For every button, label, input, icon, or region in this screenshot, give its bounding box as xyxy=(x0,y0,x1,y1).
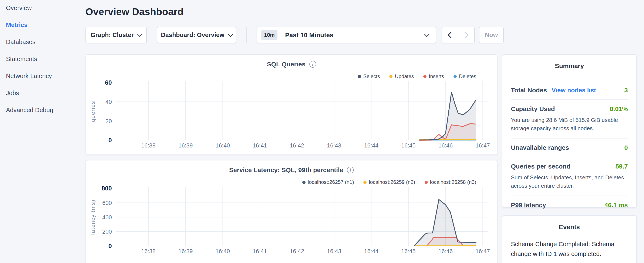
legend-item-localhost-26257-n1: localhost:26257 (n1) xyxy=(302,179,354,185)
svg-text:latency (ms): latency (ms) xyxy=(90,200,96,235)
time-forward-button[interactable] xyxy=(458,27,474,43)
chevron-down-icon xyxy=(228,32,233,37)
sidebar-item-statements[interactable]: Statements xyxy=(6,56,82,62)
sidebar-item-metrics[interactable]: Metrics xyxy=(6,22,82,28)
toolbar-divider xyxy=(246,27,247,43)
summary-panel: Summary Total NodesView nodes list3Capac… xyxy=(502,54,637,208)
summary-value: 3 xyxy=(624,87,628,94)
summary-row-p99-latency: P99 latency46.1 ms xyxy=(511,195,628,214)
legend-item-inserts: Inserts xyxy=(423,73,444,79)
dashboard-dropdown[interactable]: Dashboard: Overview xyxy=(157,27,236,43)
summary-value: 0.01% xyxy=(610,105,628,113)
svg-text:16:40: 16:40 xyxy=(216,248,230,254)
svg-text:16:44: 16:44 xyxy=(364,142,378,149)
chevron-right-icon xyxy=(462,32,469,38)
chart-title: SQL Queries xyxy=(267,61,305,68)
svg-text:queries: queries xyxy=(90,101,96,122)
time-window-selector[interactable]: 10m Past 10 Minutes xyxy=(256,27,436,43)
summary-label: Capacity Used xyxy=(511,105,555,113)
svg-text:0: 0 xyxy=(108,137,112,144)
time-window-badge: 10m xyxy=(261,30,278,40)
graph-dropdown[interactable]: Graph: Cluster xyxy=(86,27,147,43)
event-message: Schema Change Completed: Schema change w… xyxy=(511,239,628,259)
legend-label: Selects xyxy=(363,73,380,79)
svg-text:800: 800 xyxy=(102,186,112,192)
svg-text:20: 20 xyxy=(106,118,112,124)
page-title: Overview Dashboard xyxy=(86,6,184,18)
summary-rows: Total NodesView nodes list3Capacity Used… xyxy=(511,81,628,214)
legend-item-localhost-26259-n2: localhost:26259 (n2) xyxy=(363,179,415,185)
sidebar-item-advanced-debug[interactable]: Advanced Debug xyxy=(6,107,82,113)
chevron-down-icon xyxy=(424,32,429,37)
summary-description: You are using 28.6 MiB of 515.9 GiB usab… xyxy=(511,116,628,133)
svg-text:16:41: 16:41 xyxy=(252,248,267,254)
svg-text:16:43: 16:43 xyxy=(327,142,342,149)
summary-value: 0 xyxy=(624,144,628,151)
svg-text:16:38: 16:38 xyxy=(141,142,156,149)
chevron-left-icon xyxy=(448,32,454,38)
svg-text:16:47: 16:47 xyxy=(476,248,490,254)
legend-item-deletes: Deletes xyxy=(454,73,476,79)
svg-text:16:44: 16:44 xyxy=(364,248,378,254)
service-latency-chart-card: Service Latency: SQL, 99th percentile i … xyxy=(86,160,498,263)
legend-label: Deletes xyxy=(459,73,476,79)
svg-text:40: 40 xyxy=(106,99,112,105)
sidebar: OverviewMetricsDatabasesStatementsNetwor… xyxy=(6,5,82,124)
sql-queries-chart[interactable]: 16:3816:3916:4016:4116:4216:4316:4416:45… xyxy=(86,80,498,150)
svg-text:0: 0 xyxy=(108,242,112,249)
legend-item-selects: Selects xyxy=(358,73,380,79)
legend-label: Inserts xyxy=(429,73,444,79)
chart-legend: SelectsUpdatesInsertsDeletes xyxy=(358,73,476,79)
summary-label: Total Nodes xyxy=(511,87,547,94)
svg-text:16:42: 16:42 xyxy=(290,248,304,254)
summary-row-total-nodes: Total NodesView nodes list3 xyxy=(511,81,628,99)
summary-value: 46.1 ms xyxy=(604,201,628,209)
time-pager xyxy=(442,27,475,43)
svg-text:400: 400 xyxy=(102,214,112,221)
view-nodes-list-link[interactable]: View nodes list xyxy=(552,87,596,94)
graph-dropdown-label: Graph: Cluster xyxy=(90,32,134,39)
legend-dot xyxy=(424,181,428,184)
svg-text:200: 200 xyxy=(102,228,112,235)
info-icon[interactable]: i xyxy=(309,61,316,68)
events-heading: Events xyxy=(502,223,636,231)
legend-label: localhost:26258 (n3) xyxy=(430,179,476,185)
sidebar-item-databases[interactable]: Databases xyxy=(6,39,82,45)
legend-dot xyxy=(363,181,366,184)
event-item[interactable]: Schema Change Completed: Schema change w… xyxy=(511,239,628,263)
svg-text:16:40: 16:40 xyxy=(216,142,230,149)
chart-title: Service Latency: SQL, 99th percentile xyxy=(229,166,343,174)
summary-description: Sum of Selects, Updates, Inserts, and De… xyxy=(511,173,628,190)
summary-row-queries-per-second: Queries per second59.7Sum of Selects, Up… xyxy=(511,157,628,195)
chevron-down-icon xyxy=(137,32,142,37)
legend-item-updates: Updates xyxy=(389,73,414,79)
summary-row-unavailable-ranges: Unavailable ranges0 xyxy=(511,138,628,157)
svg-text:16:43: 16:43 xyxy=(327,248,342,254)
page-root: OverviewMetricsDatabasesStatementsNetwor… xyxy=(0,0,644,263)
svg-text:16:45: 16:45 xyxy=(401,248,416,254)
summary-label: P99 latency xyxy=(511,201,546,209)
summary-label: Unavailable ranges xyxy=(511,144,569,151)
legend-dot xyxy=(389,75,392,78)
sidebar-item-jobs[interactable]: Jobs xyxy=(6,90,82,96)
legend-item-localhost-26258-n3: localhost:26258 (n3) xyxy=(424,179,476,185)
time-back-button[interactable] xyxy=(442,27,458,43)
summary-row-capacity-used: Capacity Used0.01%You are using 28.6 MiB… xyxy=(511,99,628,138)
svg-text:16:39: 16:39 xyxy=(178,248,193,254)
svg-text:16:46: 16:46 xyxy=(438,142,453,149)
sidebar-item-network-latency[interactable]: Network Latency xyxy=(6,73,82,79)
now-button[interactable]: Now xyxy=(479,27,504,43)
svg-text:16:41: 16:41 xyxy=(252,142,267,149)
svg-text:16:39: 16:39 xyxy=(178,142,193,149)
summary-value: 59.7 xyxy=(616,163,628,170)
chart-legend: localhost:26257 (n1)localhost:26259 (n2)… xyxy=(302,179,476,185)
service-latency-chart[interactable]: 16:3816:3916:4016:4116:4216:4316:4416:45… xyxy=(86,186,498,256)
sql-queries-chart-card: SQL Queries i SelectsUpdatesInsertsDelet… xyxy=(86,54,498,155)
legend-dot xyxy=(302,181,306,184)
sidebar-item-overview[interactable]: Overview xyxy=(6,5,82,11)
summary-label: Queries per second xyxy=(511,163,570,170)
svg-text:16:47: 16:47 xyxy=(476,142,490,149)
legend-dot xyxy=(454,75,457,78)
info-icon[interactable]: i xyxy=(347,167,354,173)
svg-text:16:45: 16:45 xyxy=(401,142,416,149)
